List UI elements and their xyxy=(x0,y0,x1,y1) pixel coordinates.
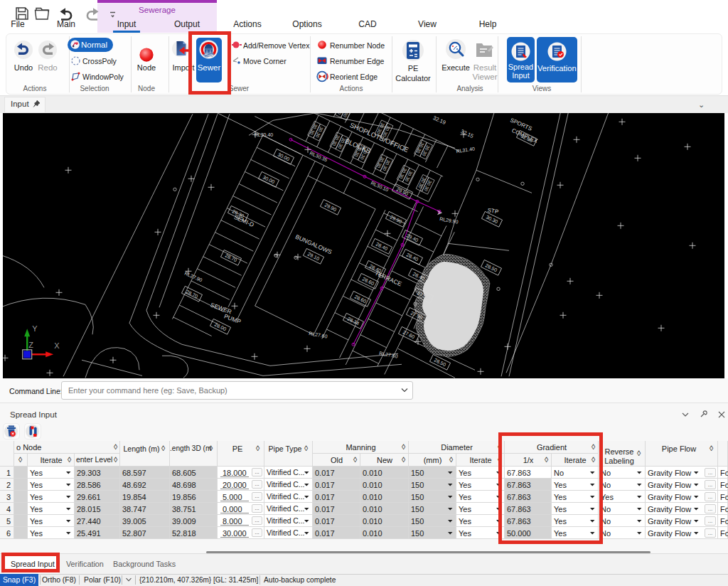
svg-text:RL27.60: RL27.60 xyxy=(309,331,328,339)
svg-text:28.34: 28.34 xyxy=(347,316,360,326)
svg-text:28.70: 28.70 xyxy=(186,289,199,299)
svg-text:30.00: 30.00 xyxy=(262,174,276,184)
svg-text:28.40: 28.40 xyxy=(406,252,419,262)
svg-text:RL30.35: RL30.35 xyxy=(309,150,328,162)
svg-text:RL30.10: RL30.10 xyxy=(370,180,390,192)
svg-text:RL30.40: RL30.40 xyxy=(255,132,274,137)
svg-text:29.90: 29.90 xyxy=(324,202,338,212)
svg-text:28.00: 28.00 xyxy=(214,321,228,331)
svg-text:30.30: 30.30 xyxy=(342,113,352,118)
svg-text:Y: Y xyxy=(32,324,38,333)
svg-text:30.00: 30.00 xyxy=(277,151,291,161)
svg-text:Z: Z xyxy=(28,341,33,349)
svg-text:28.50: 28.50 xyxy=(485,262,498,272)
svg-text:RL31.40: RL31.40 xyxy=(456,146,475,154)
svg-text:30.30: 30.30 xyxy=(486,214,499,224)
svg-text:28.60: 28.60 xyxy=(362,276,375,286)
svg-text:RL27.90: RL27.90 xyxy=(184,270,203,282)
svg-text:X: X xyxy=(54,341,60,350)
svg-text:27.60: 27.60 xyxy=(402,329,416,339)
svg-text:32.19: 32.19 xyxy=(432,114,447,126)
svg-text:RL29.90: RL29.90 xyxy=(439,216,459,225)
svg-text:29.90: 29.90 xyxy=(396,186,410,196)
svg-text:29.90: 29.90 xyxy=(390,214,403,224)
svg-text:28.40: 28.40 xyxy=(375,241,389,251)
svg-text:29.10: 29.10 xyxy=(307,251,321,261)
svg-text:28.70: 28.70 xyxy=(225,252,238,262)
svg-text:STP: STP xyxy=(487,207,499,215)
svg-text:32.15: 32.15 xyxy=(460,128,475,139)
svg-text:PUMP: PUMP xyxy=(223,312,242,325)
svg-text:28.50: 28.50 xyxy=(434,357,447,367)
